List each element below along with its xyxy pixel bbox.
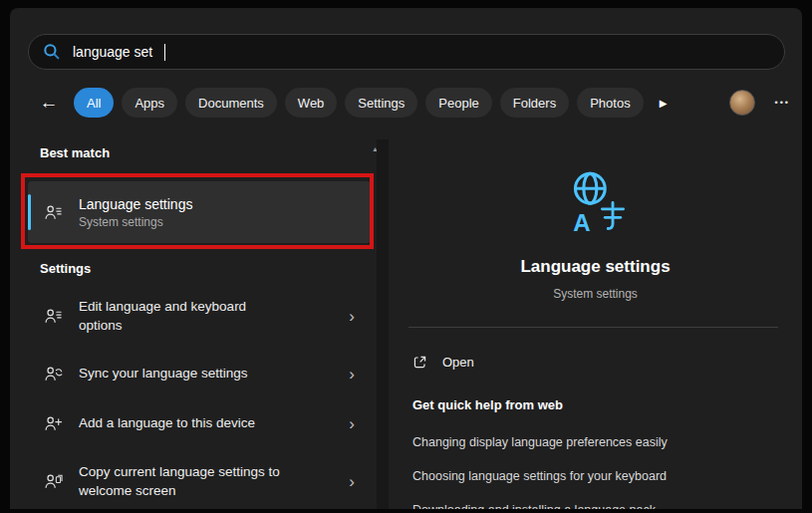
tab-photos[interactable]: Photos xyxy=(577,88,643,118)
help-link-display-language[interactable]: Changing display language preferences ea… xyxy=(412,435,668,449)
preview-panel: A Language settings System settings xyxy=(389,135,802,509)
chevron-right-icon: › xyxy=(349,415,355,432)
settings-results-list: Edit language and keyboard options › Syn… xyxy=(28,287,371,509)
language-settings-large-icon: A xyxy=(389,167,802,235)
tab-apps[interactable]: Apps xyxy=(122,88,177,118)
options-more-icon[interactable]: ••• xyxy=(775,98,790,108)
more-filters-icon[interactable]: ▶ xyxy=(660,98,668,109)
tab-documents[interactable]: Documents xyxy=(185,88,277,118)
external-link-icon xyxy=(412,355,431,370)
results-panel: Best match ▲ Language settings System se… xyxy=(20,135,379,509)
tab-people[interactable]: People xyxy=(425,88,491,118)
result-copy-language-welcome-screen[interactable]: Copy current language settings to welcom… xyxy=(28,452,371,509)
language-add-icon xyxy=(44,414,63,433)
language-sync-icon xyxy=(44,365,63,384)
best-match-header: Best match xyxy=(40,145,110,160)
search-flyout-surface: language set ← All Apps Documents Web Se… xyxy=(10,8,802,509)
filter-tabs-row: ← All Apps Documents Web Settings People… xyxy=(36,86,790,120)
tab-settings[interactable]: Settings xyxy=(345,88,417,118)
tab-all[interactable]: All xyxy=(74,88,114,118)
back-button[interactable]: ← xyxy=(36,92,62,114)
chevron-right-icon: › xyxy=(349,308,355,325)
preview-divider-line xyxy=(408,327,778,328)
best-match-text: Language settings System settings xyxy=(79,196,192,229)
preview-title: Language settings xyxy=(389,257,802,277)
search-input[interactable]: language set xyxy=(28,34,785,70)
open-button[interactable]: Open xyxy=(412,349,474,375)
user-avatar[interactable] xyxy=(729,90,755,116)
help-link-language-pack[interactable]: Downloading and installing a language pa… xyxy=(412,503,656,509)
tab-web[interactable]: Web xyxy=(285,88,338,118)
language-settings-icon xyxy=(44,203,63,222)
tab-folders[interactable]: Folders xyxy=(500,88,569,118)
panel-divider xyxy=(377,139,389,509)
result-label: Add a language to this device xyxy=(79,414,288,433)
help-link-keyboard-language[interactable]: Choosing language settings for your keyb… xyxy=(412,469,667,483)
result-sync-language-settings[interactable]: Sync your language settings › xyxy=(28,353,371,396)
open-label: Open xyxy=(442,355,474,370)
result-label: Edit language and keyboard options xyxy=(79,298,288,336)
language-copy-icon xyxy=(44,472,63,491)
quick-help-header: Get quick help from web xyxy=(412,397,563,412)
chevron-right-icon: › xyxy=(349,473,355,490)
result-add-language-device[interactable]: Add a language to this device › xyxy=(28,402,371,446)
language-person-icon xyxy=(44,307,63,326)
svg-text:A: A xyxy=(573,209,590,235)
search-icon xyxy=(43,43,62,61)
result-edit-language-keyboard-options[interactable]: Edit language and keyboard options › xyxy=(28,287,371,347)
best-match-title: Language settings xyxy=(79,196,192,212)
search-query-text: language set xyxy=(73,44,152,60)
search-flyout-window: language set ← All Apps Documents Web Se… xyxy=(0,0,812,513)
best-match-subtitle: System settings xyxy=(79,215,192,229)
preview-subtitle: System settings xyxy=(389,287,802,301)
text-caret xyxy=(164,44,165,61)
result-label: Sync your language settings xyxy=(79,365,288,384)
chevron-right-icon: › xyxy=(349,366,355,383)
best-match-result-language-settings[interactable]: Language settings System settings xyxy=(28,181,371,243)
result-label: Copy current language settings to welcom… xyxy=(79,463,288,501)
settings-section-header: Settings xyxy=(40,261,91,276)
